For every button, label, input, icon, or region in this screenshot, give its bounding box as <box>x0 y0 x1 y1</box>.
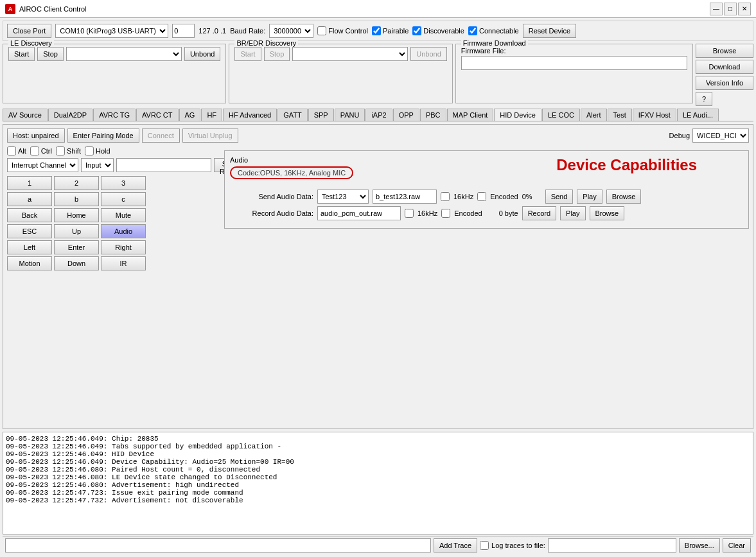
record-encoded-checkbox[interactable] <box>441 209 450 218</box>
key-right-button[interactable]: Right <box>101 240 146 254</box>
title-bar: A AIROC Client Control ― □ ✕ <box>0 0 756 18</box>
tab-ifxv-host[interactable]: IFXV Host <box>633 109 676 121</box>
baud-rate-select[interactable]: 3000000 <box>269 24 313 38</box>
tab-iap2[interactable]: iAP2 <box>365 109 392 121</box>
send-audio-button[interactable]: Send <box>545 190 574 204</box>
tab-opp[interactable]: OPP <box>393 109 419 121</box>
key-1-button[interactable]: 1 <box>7 176 52 190</box>
tab-hf[interactable]: HF <box>201 109 222 121</box>
key-back-button[interactable]: Back <box>7 208 52 222</box>
tab-ag[interactable]: AG <box>179 109 201 121</box>
channel-select[interactable]: Interrupt Channel <box>7 158 78 172</box>
key-2-button[interactable]: 2 <box>54 176 99 190</box>
debug-select[interactable]: WICED_HCI <box>692 128 749 143</box>
key-esc-button[interactable]: ESC <box>7 224 52 238</box>
send-16khz-checkbox[interactable] <box>441 192 450 201</box>
bottom-browse-button[interactable]: Browse... <box>679 538 720 553</box>
report-input[interactable] <box>116 158 211 172</box>
tab-hf-advanced[interactable]: HF Advanced <box>223 109 277 121</box>
send-play-button[interactable]: Play <box>577 190 602 204</box>
discoverable-checkbox[interactable] <box>412 26 421 35</box>
firmware-download-button[interactable]: Download <box>696 60 753 74</box>
connect-button[interactable]: Connect <box>142 128 180 143</box>
record-audio-row: Record Audio Data: 16kHz Encoded 0 byte … <box>230 206 743 220</box>
tab-alert[interactable]: Alert <box>581 109 607 121</box>
log-file-input[interactable] <box>548 538 676 553</box>
key-up-button[interactable]: Up <box>54 224 99 238</box>
send-file-select[interactable]: Test123 <box>317 190 369 204</box>
tab-duala2dp[interactable]: DualA2DP <box>48 109 92 121</box>
help-button[interactable]: ? <box>696 92 712 106</box>
trace-input[interactable] <box>5 538 431 553</box>
firmware-browse-button[interactable]: Browse <box>696 44 753 58</box>
log-traces-checkbox[interactable] <box>480 541 489 550</box>
key-a-button[interactable]: a <box>7 192 52 206</box>
key-c-button[interactable]: c <box>101 192 146 206</box>
key-3-button[interactable]: 3 <box>101 176 146 190</box>
key-motion-button[interactable]: Motion <box>7 256 52 270</box>
send-filename-input[interactable] <box>373 190 437 204</box>
key-b-button[interactable]: b <box>54 192 99 206</box>
reset-device-button[interactable]: Reset Device <box>523 24 576 38</box>
port-select[interactable]: COM10 (KitProg3 USB-UART) <box>55 24 168 38</box>
bredr-device-select[interactable] <box>292 47 408 61</box>
tab-gatt[interactable]: GATT <box>277 109 308 121</box>
ctrl-checkbox[interactable] <box>30 146 39 155</box>
channel-row: Interrupt Channel Input Send Report <box>7 158 219 172</box>
tab-le-audi...[interactable]: LE Audi... <box>677 109 719 121</box>
version-info-button[interactable]: Version Info <box>696 76 753 90</box>
send-16khz-label: 16kHz <box>453 193 473 200</box>
record-filename-input[interactable] <box>317 206 401 220</box>
send-browse-button[interactable]: Browse <box>606 190 642 204</box>
bredr-stop-button[interactable]: Stop <box>264 47 290 61</box>
le-unbond-button[interactable]: Unbond <box>184 47 221 61</box>
tab-panu[interactable]: PANU <box>335 109 365 121</box>
log-area[interactable]: 09-05-2023 12:25:46.049: Chip: 2083509-0… <box>3 432 753 535</box>
clear-button[interactable]: Clear <box>723 538 751 553</box>
key-audio-button[interactable]: Audio <box>101 224 146 238</box>
direction-select[interactable]: Input <box>81 158 114 172</box>
virtual-unplug-button[interactable]: Virtual Unplug <box>182 128 238 143</box>
maximize-button[interactable]: □ <box>724 3 737 15</box>
close-port-button[interactable]: Close Port <box>7 24 51 38</box>
tab-test[interactable]: Test <box>608 109 632 121</box>
shift-checkbox[interactable] <box>56 146 65 155</box>
tab-av-source[interactable]: AV Source <box>3 109 48 121</box>
close-button[interactable]: ✕ <box>738 3 751 15</box>
bredr-unbond-button[interactable]: Unbond <box>410 47 447 61</box>
le-start-button[interactable]: Start <box>8 47 35 61</box>
tab-hid-device[interactable]: HID Device <box>494 109 541 121</box>
tab-le-coc[interactable]: LE COC <box>542 109 580 121</box>
connectable-checkbox[interactable] <box>468 26 477 35</box>
record-audio-button[interactable]: Record <box>522 206 556 220</box>
add-trace-button[interactable]: Add Trace <box>434 538 477 553</box>
record-browse-button[interactable]: Browse <box>590 206 625 220</box>
key-down-button[interactable]: Down <box>54 256 99 270</box>
minimize-button[interactable]: ― <box>710 3 723 15</box>
key-mute-button[interactable]: Mute <box>101 208 146 222</box>
tab-avrc-tg[interactable]: AVRC TG <box>93 109 136 121</box>
tab-map-client[interactable]: MAP Client <box>447 109 494 121</box>
tab-avrc-ct[interactable]: AVRC CT <box>136 109 178 121</box>
le-device-select[interactable] <box>66 47 182 61</box>
tab-spp[interactable]: SPP <box>308 109 334 121</box>
bredr-start-button[interactable]: Start <box>234 47 261 61</box>
le-stop-button[interactable]: Stop <box>37 47 64 61</box>
host-unpaired-button[interactable]: Host: unpaired <box>7 128 65 143</box>
port-number-input[interactable] <box>172 24 195 38</box>
key-home-button[interactable]: Home <box>54 208 99 222</box>
firmware-file-input[interactable] <box>461 56 687 70</box>
key-enter-button[interactable]: Enter <box>54 240 99 254</box>
key-ir-button[interactable]: IR <box>101 256 146 270</box>
alt-checkbox[interactable] <box>7 146 16 155</box>
main-window: Close Port COM10 (KitProg3 USB-UART) 127… <box>0 18 756 557</box>
enter-pairing-button[interactable]: Enter Pairing Mode <box>67 128 139 143</box>
pairable-checkbox[interactable] <box>372 26 381 35</box>
tab-pbc[interactable]: PBC <box>420 109 446 121</box>
flow-control-checkbox[interactable] <box>317 26 326 35</box>
send-encoded-checkbox[interactable] <box>477 192 486 201</box>
key-left-button[interactable]: Left <box>7 240 52 254</box>
record-16khz-checkbox[interactable] <box>405 209 414 218</box>
record-play-button[interactable]: Play <box>560 206 585 220</box>
hold-checkbox[interactable] <box>85 146 94 155</box>
